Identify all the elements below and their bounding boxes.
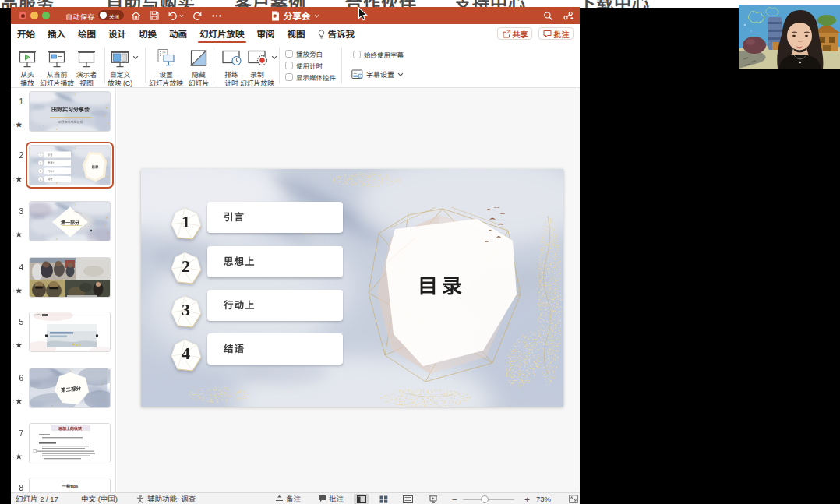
slide-canvas[interactable]: 目录 引言 思想上 行动上 结语 1 2 3 4 — [141, 169, 563, 407]
thumb-number: 2 — [11, 149, 23, 160]
comment-icon — [318, 495, 326, 502]
document-title-group: 分享会 — [11, 7, 580, 24]
ribbon-button-label: 计时 — [224, 78, 238, 88]
tab-draw[interactable]: 绘图 — [72, 24, 102, 44]
notes-button[interactable]: 备注 — [275, 493, 301, 504]
always-use-subtitles-checkbox[interactable]: 始终使用字幕 — [353, 50, 404, 59]
toc-item-4[interactable]: 结语 — [207, 333, 343, 365]
zoom-slider-track[interactable] — [463, 499, 514, 500]
normal-view-button[interactable] — [354, 494, 369, 504]
slide-sorter-view-button[interactable] — [376, 494, 391, 504]
comments-toggle-button[interactable]: 批注 — [318, 493, 344, 504]
tab-transitions[interactable]: 切换 — [132, 24, 163, 44]
slide-thumbnail-6[interactable]: 第二部分 — [29, 368, 111, 408]
record-caret-icon[interactable] — [271, 55, 277, 60]
ribbon-button-label: 幻灯片放映 — [149, 78, 183, 88]
save-icon[interactable] — [150, 11, 159, 20]
ribbon-button-label: 视图 — [79, 78, 94, 88]
webcam-overlay[interactable] — [739, 5, 840, 69]
slide-thumbnail-5[interactable] — [29, 312, 111, 352]
zoom-in-button[interactable]: + — [524, 493, 530, 504]
ribbon-button-label: 幻灯片放映 — [240, 78, 274, 88]
home-icon[interactable] — [131, 11, 141, 21]
use-timings-checkbox[interactable]: 使用计时 — [285, 61, 323, 70]
animation-star-dots: : — [13, 397, 15, 404]
search-icon[interactable] — [543, 6, 553, 25]
slide-thumbnail-4[interactable] — [29, 257, 111, 298]
tab-slideshow[interactable]: 幻灯片放映 — [193, 24, 251, 44]
slide-thumbnail-8[interactable]: 一些tips — [29, 478, 111, 492]
thumb3-title: 第一部分 — [61, 219, 79, 226]
tab-home[interactable]: 开始 — [11, 24, 41, 44]
toc-graphic[interactable]: 目录 — [368, 207, 523, 384]
animation-star-glyph: ★ — [16, 340, 23, 350]
slide-thumbnail-3[interactable]: 第一部分 PART 01 — [29, 201, 111, 241]
fit-slide-to-window-button[interactable] — [569, 493, 578, 504]
setup-slideshow-icon — [154, 48, 178, 69]
animation-star-glyph: ★ — [16, 396, 23, 406]
tab-label: 告诉我 — [328, 27, 355, 40]
hide-slide-button[interactable]: 隐藏幻灯片 — [182, 48, 216, 87]
tab-animations[interactable]: 动画 — [163, 24, 193, 44]
vertical-scrollbar[interactable] — [577, 90, 577, 491]
toc-item-2[interactable]: 思想上 — [207, 246, 343, 277]
thumb2-toc-title: 目录 — [92, 164, 99, 169]
setup-slideshow-button[interactable]: 设置幻灯片放映 — [147, 48, 185, 87]
zoom-out-button[interactable]: − — [452, 493, 457, 504]
slideshow-view-button[interactable] — [425, 494, 441, 504]
subtitle-settings-button[interactable]: 字幕设置 — [351, 69, 404, 79]
play-from-current-icon — [46, 48, 68, 69]
tab-label: 视图 — [288, 27, 305, 40]
checkbox-icon — [285, 50, 293, 58]
checkbox-icon — [353, 51, 361, 58]
play-narrations-checkbox[interactable]: 播放旁白 — [285, 49, 323, 58]
accessibility-status[interactable]: 辅助功能: 调查 — [136, 493, 196, 504]
toc-item-1[interactable]: 引言 — [207, 202, 343, 233]
undo-icon[interactable] — [168, 11, 184, 21]
presenter-view-button[interactable]: 演示者视图 — [69, 48, 104, 87]
checkbox-label: 播放旁白 — [296, 49, 323, 58]
animation-star-glyph: ★ — [16, 285, 23, 295]
slide-thumbnail-1[interactable]: 田野实习分享会 田野实习成果汇报 — [29, 91, 111, 132]
custom-show-button[interactable]: 自定义放映 (C) — [103, 48, 137, 87]
zoom-slider-knob[interactable] — [481, 495, 489, 503]
subtitle-settings-label: 字幕设置 — [366, 69, 394, 79]
tab-label: 切换 — [139, 27, 157, 40]
slide-thumbnail-2-selected[interactable]: 1 2 3 4 引言 思想上 行动上 结语 目录 — [29, 145, 111, 185]
reading-view-button[interactable] — [400, 494, 415, 504]
comments-button[interactable]: 批注 — [538, 27, 574, 40]
tab-view[interactable]: 视图 — [281, 24, 312, 44]
title-caret-icon[interactable] — [314, 14, 319, 18]
tab-insert[interactable]: 插入 — [41, 24, 72, 44]
share-button[interactable]: 共享 — [497, 27, 532, 40]
tab-design[interactable]: 设计 — [102, 24, 132, 44]
language-indicator[interactable]: 中文 (中国) — [81, 493, 118, 504]
tab-tellme[interactable]: 告诉我 — [312, 24, 362, 44]
slide-thumbnail-7[interactable]: 思想上的收获 — [29, 423, 111, 463]
tab-review[interactable]: 审阅 — [251, 24, 281, 44]
animation-star-glyph: ★ — [16, 451, 23, 461]
redo-icon[interactable] — [192, 11, 203, 21]
animation-star-icon: :★ — [13, 119, 23, 129]
animation-star-icon: :★ — [13, 340, 23, 350]
document-title[interactable]: 分享会 — [284, 9, 311, 22]
more-commands-icon[interactable] — [211, 11, 222, 21]
record-slideshow-button[interactable]: 录制幻灯片放映 — [238, 48, 276, 87]
toc-item-3[interactable]: 行动上 — [207, 290, 343, 321]
animation-star-icon: :★ — [13, 451, 23, 461]
minimize-window-button[interactable] — [30, 12, 38, 19]
custom-show-caret-icon[interactable] — [132, 55, 139, 60]
show-media-controls-checkbox[interactable]: 显示媒体控件 — [285, 72, 336, 82]
ribbon-button-label: 幻灯片 — [189, 78, 209, 88]
share-session-icon[interactable] — [563, 6, 574, 25]
toc-item-label: 引言 — [224, 209, 245, 224]
close-window-button[interactable] — [19, 12, 26, 19]
zoom-window-button[interactable] — [42, 12, 50, 19]
zoom-level[interactable]: 73% — [536, 493, 551, 504]
autosave-toggle-knob — [100, 12, 107, 19]
tab-label: 开始 — [17, 27, 35, 40]
thumb-number: 4 — [11, 261, 23, 273]
share-button-label: 共享 — [513, 28, 528, 40]
autosave-toggle[interactable]: 关闭 — [98, 10, 124, 20]
thumb1-title: 田野实习分享会 — [30, 105, 111, 113]
